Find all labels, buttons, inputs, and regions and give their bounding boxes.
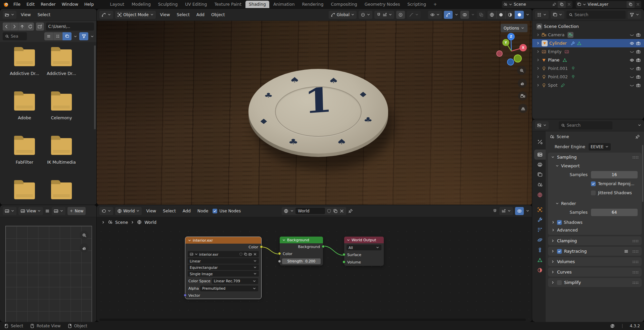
tab-compositing[interactable]: Compositing	[327, 1, 360, 8]
list-item[interactable]: IK Multimedia	[43, 135, 80, 180]
viewlayer-name[interactable]: ViewLayer	[588, 2, 625, 7]
menu-object[interactable]: Object	[209, 11, 227, 19]
menu-render[interactable]: Render	[38, 1, 58, 8]
tab-sculpting[interactable]: Sculpting	[155, 1, 181, 8]
path-field[interactable]	[46, 23, 94, 31]
chevron-down-icon[interactable]	[90, 35, 94, 38]
tab-view-layer[interactable]	[534, 170, 546, 180]
sampling-panel-header[interactable]: Sampling	[548, 153, 642, 162]
tab-output[interactable]	[534, 160, 546, 170]
copy-icon[interactable]	[244, 252, 247, 256]
color-space-dropdown[interactable]: Linear Rec.709	[212, 278, 258, 284]
world-datablock[interactable]	[282, 207, 346, 215]
socket-volume-input[interactable]	[342, 260, 346, 263]
list-item[interactable]: Adobe	[6, 91, 43, 135]
pan-hand-button[interactable]	[80, 243, 89, 252]
breadcrumb-scene[interactable]: Scene	[557, 134, 569, 139]
tab-scene[interactable]	[534, 180, 546, 190]
spot-light-data-icon[interactable]	[560, 83, 565, 88]
outliner-search-input[interactable]	[574, 12, 623, 17]
tab-constraints[interactable]	[534, 245, 546, 255]
close-icon[interactable]	[253, 252, 257, 256]
menu-icon[interactable]	[45, 209, 50, 213]
menu-select[interactable]: Select	[160, 207, 178, 215]
table-row-point-002[interactable]: Point.002	[532, 73, 644, 81]
tab-modifiers[interactable]	[534, 215, 546, 225]
display-mode-selector[interactable]	[535, 11, 549, 19]
target-dropdown[interactable]: All	[347, 245, 381, 250]
filter-selector[interactable]	[628, 11, 641, 19]
tab-scripting[interactable]: Scripting	[404, 1, 429, 8]
list-item[interactable]: FabFilter	[6, 135, 43, 180]
tab-material[interactable]	[534, 265, 546, 275]
tab-shading[interactable]: Shading	[245, 1, 269, 8]
chevron-down-icon[interactable]	[526, 209, 530, 213]
chevron-down-icon[interactable]	[471, 13, 475, 16]
drag-grip[interactable]	[632, 271, 639, 274]
clamping-panel[interactable]: Clamping	[548, 236, 642, 245]
eye-closed-icon[interactable]	[630, 49, 634, 54]
simplify-checkbox[interactable]	[557, 280, 562, 285]
node-header[interactable]: interior.exr	[185, 237, 261, 244]
node-environment-texture[interactable]: interior.exr Color interior.exr Linear E…	[185, 237, 261, 299]
menu-view[interactable]: View	[18, 11, 33, 19]
pan-hand-button[interactable]	[518, 79, 527, 88]
menu-window[interactable]: Window	[59, 1, 81, 8]
mesh-data-icon[interactable]	[577, 41, 582, 46]
list-item[interactable]: Addictive Dr...	[6, 47, 43, 91]
chevron-down-icon[interactable]	[638, 123, 641, 127]
image-editor-canvas[interactable]	[0, 217, 97, 322]
add-workspace-button[interactable]: +	[430, 1, 440, 8]
file-search-field[interactable]	[3, 32, 27, 40]
image-mode-selector[interactable]: View	[18, 207, 43, 215]
mode-selector[interactable]: Object Mode	[115, 11, 156, 19]
scene-selector[interactable]: Scene	[502, 1, 572, 8]
socket-strength-input[interactable]	[278, 260, 281, 263]
list-item[interactable]	[6, 180, 43, 205]
perspective-toggle-button[interactable]	[518, 104, 527, 113]
drag-grip[interactable]	[632, 240, 639, 242]
pin-icon[interactable]	[635, 134, 640, 139]
modifier-wrench-icon[interactable]	[570, 41, 575, 46]
menu-edit[interactable]: Edit	[24, 1, 37, 8]
source-dropdown[interactable]: Single Image	[188, 271, 259, 277]
interpolation-dropdown[interactable]: Linear	[188, 258, 259, 264]
scrollbar[interactable]	[94, 45, 96, 129]
file-search-input[interactable]	[11, 34, 25, 39]
snap-toggle[interactable]	[374, 11, 394, 19]
collapse-icon[interactable]	[347, 238, 350, 242]
tab-world[interactable]	[534, 190, 546, 200]
table-row-point-001[interactable]: Point.001	[532, 64, 644, 73]
tab-texture-paint[interactable]: Texture Paint	[211, 1, 245, 8]
collapse-icon[interactable]	[282, 238, 286, 242]
camera-view-button[interactable]	[518, 91, 527, 100]
scene-name[interactable]: Scene	[514, 2, 551, 7]
tab-layout[interactable]: Layout	[106, 1, 128, 8]
menu-add[interactable]: Add	[194, 11, 207, 19]
mesh-data-icon[interactable]	[562, 58, 567, 63]
temporal-checkbox[interactable]	[591, 181, 596, 186]
jittered-checkbox[interactable]	[591, 191, 596, 195]
scene-copy-button[interactable]	[558, 1, 566, 8]
eye-closed-icon[interactable]	[630, 33, 634, 37]
menu-select[interactable]: Select	[35, 11, 53, 19]
image-data-icon[interactable]	[564, 49, 569, 54]
expand-icon[interactable]	[536, 33, 540, 37]
fake-user-shield-icon[interactable]	[239, 252, 243, 256]
drag-grip[interactable]	[632, 156, 639, 159]
refresh-button[interactable]	[26, 23, 34, 31]
zoom-button[interactable]	[517, 66, 526, 75]
curves-panel[interactable]: Curves	[548, 267, 642, 277]
zoom-button[interactable]	[80, 231, 89, 240]
render-visibility-icon[interactable]	[636, 58, 641, 63]
menu-view[interactable]: View	[158, 11, 173, 19]
close-icon[interactable]	[339, 209, 344, 213]
table-row-camera[interactable]: Camera	[532, 31, 644, 39]
expand-icon[interactable]	[536, 41, 540, 45]
chevron-down-icon[interactable]	[74, 35, 77, 38]
tab-modeling[interactable]: Modeling	[128, 1, 154, 8]
axis-z[interactable]: Z	[507, 33, 515, 40]
socket-background-output[interactable]	[322, 245, 325, 248]
table-row-cylinder[interactable]: Cylinder	[532, 39, 644, 47]
proportional-editing-toggle[interactable]	[396, 11, 405, 19]
